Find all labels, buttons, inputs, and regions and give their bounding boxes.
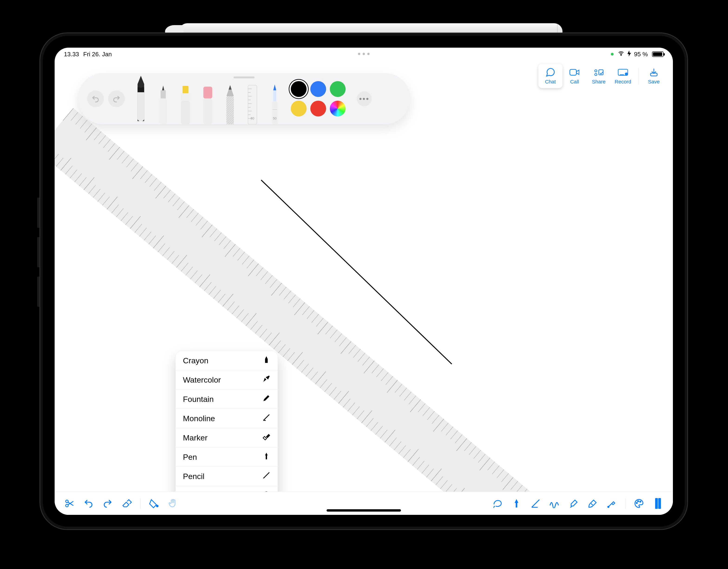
svg-point-0 [621, 55, 621, 55]
menu-item-label: Pen [183, 453, 197, 462]
svg-rect-18 [203, 99, 212, 124]
menu-item-pen[interactable]: Pen [175, 447, 278, 466]
color-swatch-black[interactable] [291, 81, 307, 97]
tool-highlighter[interactable] [176, 78, 195, 124]
menu-item-watercolor[interactable]: Watercolor [175, 370, 278, 389]
tool-thinblue-label: 50 [273, 116, 277, 120]
menu-item-monoline[interactable]: Monoline [175, 409, 278, 428]
pencil-icon [262, 471, 270, 481]
tool-ruler-label: 80 [251, 116, 254, 120]
angle-button[interactable] [530, 498, 541, 509]
color-swatch-multicolor[interactable] [330, 101, 346, 116]
lasso-right-button[interactable] [492, 498, 503, 509]
pencilkit-toolbar[interactable]: 80 50 [78, 73, 410, 124]
battery-text: 95 % [634, 51, 648, 58]
ruler-bar-button[interactable] [652, 498, 664, 509]
marker-icon [262, 433, 270, 443]
tool-fineliner[interactable] [154, 78, 172, 124]
onscreen-ruler[interactable] [55, 108, 536, 515]
menu-item-crayon[interactable]: Crayon [175, 351, 278, 370]
undo-bottom-button[interactable] [83, 498, 94, 509]
chat-icon [545, 67, 556, 77]
save-button[interactable]: Save [642, 64, 666, 88]
menu-item-label: Watercolor [183, 375, 221, 384]
paintbrush-button[interactable] [587, 498, 598, 509]
svg-rect-17 [203, 87, 212, 99]
ipad-shell: 13.33 Fri 26. Jan 95 % [40, 33, 688, 530]
home-indicator[interactable] [327, 509, 401, 512]
call-button[interactable]: Call [563, 64, 587, 88]
multitasking-dots[interactable] [358, 53, 370, 55]
svg-point-38 [66, 504, 68, 507]
hand-button[interactable] [167, 498, 179, 509]
status-time: 13.33 [64, 51, 79, 58]
color-swatch-green[interactable] [330, 81, 346, 97]
app-actions: Chat Call Share Record [538, 64, 666, 88]
drawn-stroke [261, 180, 452, 364]
monoline-icon [262, 414, 270, 423]
svg-rect-12 [161, 90, 166, 99]
undo-button[interactable] [87, 90, 104, 107]
bottom-toolbar-right [492, 498, 664, 509]
redo-bottom-button[interactable] [102, 498, 113, 509]
eraser-bottom-button[interactable] [121, 498, 132, 509]
pen-style-menu: Crayon Watercolor Fountain Monoline Mark… [175, 351, 278, 505]
svg-point-7 [626, 73, 627, 75]
battery-icon [652, 51, 664, 57]
call-label: Call [570, 79, 579, 85]
chat-button[interactable]: Chat [538, 64, 563, 88]
eyedropper-button[interactable] [606, 498, 617, 509]
svg-point-3 [595, 73, 597, 76]
record-button[interactable]: Record [611, 64, 635, 88]
record-icon [618, 67, 628, 77]
actions-divider [638, 68, 639, 84]
svg-point-41 [636, 502, 637, 503]
svg-rect-30 [273, 90, 276, 102]
svg-rect-1 [570, 69, 576, 75]
tool-thinblue[interactable]: 50 [266, 78, 284, 124]
scissors-button[interactable] [64, 498, 75, 509]
svg-point-2 [595, 70, 597, 72]
share-button[interactable]: Share [587, 64, 611, 88]
save-label: Save [648, 79, 660, 85]
color-swatch-red[interactable] [310, 101, 326, 116]
svg-rect-11 [138, 87, 144, 92]
svg-rect-45 [659, 498, 661, 509]
svg-rect-14 [182, 86, 188, 93]
share-icon [594, 67, 604, 77]
bottom-separator-1 [140, 498, 140, 509]
pencilkit-tools: 80 50 [132, 73, 284, 124]
scribble-button[interactable] [549, 498, 560, 509]
menu-item-fountain[interactable]: Fountain [175, 389, 278, 409]
pen-nib-button[interactable] [511, 498, 522, 509]
svg-point-42 [638, 501, 639, 502]
video-icon [569, 67, 580, 77]
redo-button[interactable] [108, 90, 125, 107]
menu-item-label: Crayon [183, 356, 208, 365]
menu-item-label: Monoline [183, 414, 215, 423]
bucket-button[interactable] [148, 498, 159, 509]
brush-button[interactable] [568, 498, 579, 509]
bottom-toolbar-left [64, 498, 179, 509]
camera-in-use-dot [611, 53, 614, 56]
color-swatch-yellow[interactable] [291, 101, 307, 116]
color-swatch-blue[interactable] [310, 81, 326, 97]
palette-button[interactable] [633, 498, 645, 509]
svg-rect-31 [272, 101, 278, 124]
status-bar: 13.33 Fri 26. Jan 95 % [55, 48, 673, 58]
svg-rect-44 [655, 498, 658, 509]
tool-pen[interactable] [132, 75, 150, 121]
chat-label: Chat [545, 79, 556, 85]
svg-rect-10 [138, 87, 144, 121]
tool-pencil[interactable] [221, 78, 239, 124]
tool-eraser[interactable] [199, 78, 217, 124]
fountain-icon [262, 394, 270, 404]
menu-item-marker[interactable]: Marker [175, 428, 278, 447]
svg-point-39 [156, 505, 158, 507]
pen-icon [262, 452, 270, 462]
menu-item-pencil[interactable]: Pencil [175, 466, 278, 486]
share-label: Share [592, 79, 606, 85]
screen: 13.33 Fri 26. Jan 95 % [55, 48, 673, 515]
more-button[interactable]: ••• [357, 91, 372, 106]
tool-ruler[interactable]: 80 [243, 78, 261, 124]
